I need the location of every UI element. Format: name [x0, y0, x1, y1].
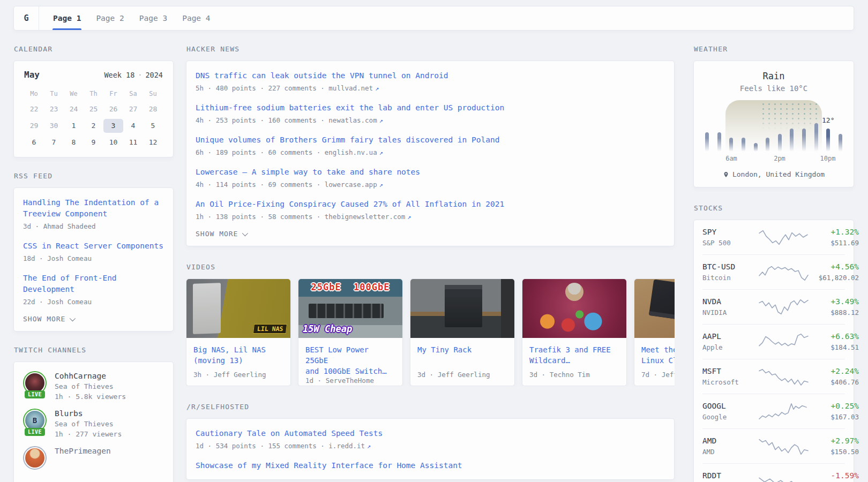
stock-symbol: GOOGL — [702, 402, 758, 410]
stock-sparkline — [758, 401, 810, 421]
stock-values: +1.32% $511.69 — [810, 228, 859, 247]
stock-sparkline — [758, 332, 810, 352]
video-card-body: BEST Low Power 25GbE and 100GbE Switch… … — [298, 338, 402, 386]
temperature-bar — [839, 134, 842, 152]
thumbnail-dim-overlay — [634, 279, 675, 338]
weather-hour-column — [790, 100, 794, 152]
external-link-icon: ↗ — [367, 442, 371, 450]
stock-sparkline — [758, 471, 810, 482]
twitch-channel-name[interactable]: CohhCarnage — [55, 372, 126, 380]
video-link[interactable]: Big NAS, Lil NAS (moving 13) — [193, 344, 283, 366]
stock-change: +2.97% — [810, 436, 859, 445]
stock-identity: MSFT Microsoft — [702, 367, 758, 386]
chevron-down-icon — [242, 230, 248, 236]
hn-story-link[interactable]: An Oil Price-Fixing Conspiracy Caused 27… — [196, 199, 665, 210]
stock-identity: AAPL Apple — [702, 332, 758, 351]
thumbnail-dim-overlay — [410, 279, 514, 338]
twitch-channel-name[interactable]: ThePrimeagen — [55, 447, 111, 455]
twitch-channel-game: Sea of Thieves — [55, 382, 126, 390]
stocks-title: STOCKS — [694, 204, 854, 212]
hn-story-link[interactable]: Lithium-free sodium batteries exit the l… — [196, 102, 665, 114]
rss-item-link[interactable]: Handling The Indentation of a Treeview C… — [23, 197, 164, 220]
twitch-channel-name[interactable]: Blurbs — [55, 409, 122, 418]
page-tab[interactable]: Page 3 — [132, 6, 175, 30]
calendar-day: 24 — [64, 102, 84, 116]
stock-row[interactable]: SPY S&P 500 +1.32% — [702, 220, 845, 254]
stock-symbol: RDDT — [702, 471, 758, 480]
page-tab[interactable]: Page 1 — [46, 6, 88, 30]
video-link[interactable]: Traefik 3 and FREE Wildcard… — [529, 344, 619, 366]
weather-hour-column — [754, 100, 758, 152]
calendar-section: CALENDAR May Week 18·2024 Mo — [13, 45, 174, 157]
stock-price: $184.51 — [810, 343, 859, 351]
video-thumbnail: LIL NAS — [186, 279, 290, 338]
stock-row[interactable]: GOOGL Google +0.25% — [702, 394, 845, 428]
rss-item-link[interactable]: CSS in React Server Components — [23, 240, 164, 252]
calendar-week-year: Week 18·2024 — [104, 71, 163, 79]
stock-row[interactable]: RDDT -1.59% — [702, 463, 845, 482]
hn-show-more-button[interactable]: SHOW MORE — [196, 230, 665, 238]
reddit-post-link[interactable]: Showcase of my Mixed Reality Interface f… — [196, 460, 665, 471]
stock-change: +3.49% — [810, 297, 859, 306]
stock-row[interactable]: NVDA NVIDIA +3.49% — [702, 289, 845, 324]
reddit-card: Cautionary Tale on Automated Speed Tests… — [186, 418, 675, 480]
video-card[interactable]: 25GbE 100GbE 15W Cheap BEST Low Power 25… — [298, 278, 403, 386]
reddit-post-link[interactable]: Cautionary Tale on Automated Speed Tests — [196, 428, 665, 439]
stock-symbol: NVDA — [702, 297, 758, 306]
video-meta: 3d · Jeff Geerling — [417, 371, 507, 379]
hn-story-link[interactable]: Lowercase – A simple way to take and sha… — [196, 167, 665, 178]
stock-row[interactable]: MSFT Microsoft +2.24% — [702, 359, 845, 394]
calendar-grid: Mo Tu We Th Fr Sa — [24, 88, 163, 149]
stock-symbol: AAPL — [702, 332, 758, 341]
temperature-bar — [705, 132, 709, 152]
twitch-channel-row[interactable]: ThePrimeagen — [23, 446, 164, 472]
rss-item-link[interactable]: The End of Front-End Development — [23, 273, 164, 295]
right-column: WEATHER Rain Feels like 10°C — [693, 45, 854, 482]
temperature-bar — [742, 138, 745, 152]
calendar-card: May Week 18·2024 Mo Tu — [13, 61, 174, 157]
stock-sparkline — [758, 436, 810, 456]
reddit-post: Showcase of my Mixed Reality Interface f… — [196, 460, 665, 471]
calendar-day: 12 — [143, 135, 163, 149]
video-card-body: Big NAS, Lil NAS (moving 13) 3h · Jeff G… — [186, 338, 290, 386]
video-thumbnail — [522, 279, 626, 338]
rss-show-more-button[interactable]: SHOW MORE — [23, 315, 164, 323]
external-link-icon: ↗ — [379, 181, 383, 189]
page-tab[interactable]: Page 2 — [88, 6, 131, 30]
stock-row[interactable]: BTC-USD Bitcoin +4.56% — [702, 254, 845, 289]
temperature-bar — [729, 138, 733, 152]
app-logo[interactable]: G — [14, 6, 39, 30]
video-card[interactable]: LIL NAS Big NAS, Lil NAS (moving 13) 3h … — [186, 278, 291, 386]
calendar-day-header: Mo — [24, 88, 44, 100]
calendar-day: 25 — [84, 102, 103, 116]
temperature-bar — [766, 138, 769, 152]
twitch-channel-row[interactable]: LIVE CohhCarnage Sea of Thieves 1h · 5.8… — [23, 371, 164, 401]
stock-row[interactable]: AMD AMD +2.97% $150 — [702, 428, 845, 463]
temperature-bar — [826, 129, 830, 152]
video-link[interactable]: Meet the Linux Clu — [641, 344, 675, 366]
temperature-bar — [814, 123, 818, 152]
rss-item: CSS in React Server Components 18d · Jos… — [23, 240, 164, 262]
stock-row[interactable]: AAPL Apple +6.63% $ — [702, 324, 845, 359]
video-link[interactable]: My Tiny Rack — [417, 344, 507, 355]
calendar-day: 1 — [64, 119, 84, 133]
hn-story-link[interactable]: DNS traffic can leak outside the VPN tun… — [196, 70, 665, 81]
calendar-day: 5 — [143, 119, 163, 133]
hn-story-meta: 1h · 138 points · 58 comments · thebigne… — [196, 213, 665, 221]
page-tab[interactable]: Page 4 — [175, 6, 218, 30]
twitch-channel-row[interactable]: B LIVE Blurbs Sea of Thieves 1h · 277 vi… — [23, 409, 164, 438]
video-card[interactable]: FAS Meet the Linux Clu 7d · Jeff Geerlin… — [634, 278, 675, 386]
stock-name: Apple — [702, 343, 758, 351]
thumbnail-sticker: 15W Cheap — [303, 323, 352, 334]
calendar-day-header: We — [64, 88, 84, 100]
video-link[interactable]: BEST Low Power 25GbE and 100GbE Switch… — [305, 344, 395, 376]
thumbnail-dim-overlay — [522, 279, 626, 338]
hn-story-link[interactable]: Unique volumes of Brothers Grimm fairy t… — [196, 134, 665, 146]
calendar-day-header: Su — [143, 88, 163, 100]
stock-sparkline — [758, 366, 810, 387]
dot-separator: · — [138, 71, 142, 79]
rss-item: Handling The Indentation of a Treeview C… — [23, 197, 164, 230]
video-card[interactable]: My Tiny Rack 3d · Jeff Geerling — [410, 278, 515, 386]
video-card[interactable]: Traefik 3 and FREE Wildcard… 3d · Techno… — [522, 278, 627, 386]
rss-item-meta: 18d · Josh Comeau — [23, 254, 164, 262]
